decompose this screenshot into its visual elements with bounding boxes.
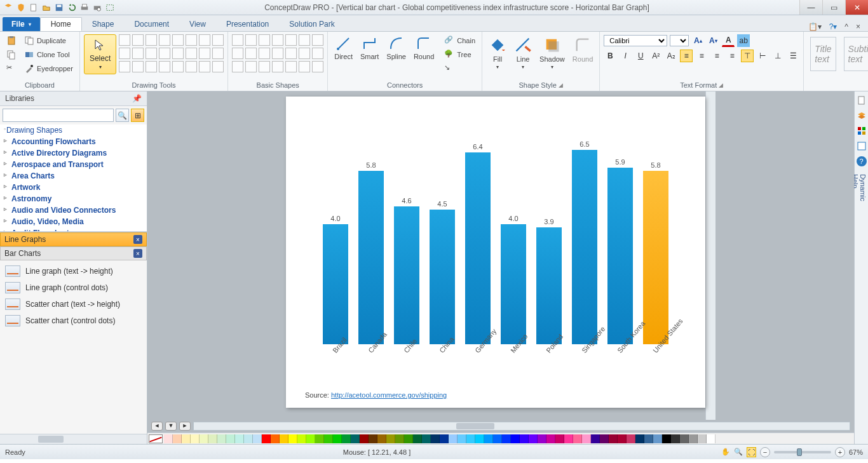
- color-swatch[interactable]: [635, 434, 644, 443]
- color-swatch[interactable]: [440, 434, 449, 443]
- screenshot-icon[interactable]: [105, 3, 114, 12]
- color-swatch[interactable]: [342, 434, 351, 443]
- tab-shape[interactable]: Shape: [82, 17, 125, 31]
- chain-connector[interactable]: 🔗Chain: [442, 34, 478, 47]
- save-icon[interactable]: [55, 3, 64, 12]
- copy-button[interactable]: [4, 48, 19, 61]
- color-swatch[interactable]: [511, 434, 520, 443]
- color-swatch[interactable]: [466, 434, 475, 443]
- color-swatch[interactable]: [431, 434, 440, 443]
- color-swatch[interactable]: [404, 434, 413, 443]
- zoom-slider[interactable]: [774, 451, 831, 453]
- library-tree-item[interactable]: Audio and Video Connectors: [0, 205, 147, 216]
- subscript-icon[interactable]: A₂: [665, 50, 677, 62]
- color-swatch[interactable]: [529, 434, 538, 443]
- shape-item[interactable]: Line graph (text -> height): [1, 263, 146, 279]
- bold-icon[interactable]: B: [604, 50, 616, 62]
- color-swatch[interactable]: [644, 434, 653, 443]
- color-swatch[interactable]: [564, 434, 573, 443]
- connector-more[interactable]: ↘: [442, 62, 478, 75]
- color-swatch[interactable]: [244, 434, 253, 443]
- valign-bot-icon[interactable]: ⊥: [771, 50, 784, 62]
- clipboard-popup-icon[interactable]: 📋▾: [808, 22, 822, 31]
- color-swatch[interactable]: [262, 434, 271, 443]
- color-swatch[interactable]: [173, 434, 182, 443]
- eyedropper-button[interactable]: Eyedropper: [22, 62, 76, 75]
- bar[interactable]: 6.5: [571, 140, 598, 344]
- color-swatch[interactable]: [627, 434, 635, 443]
- pan-tool-icon[interactable]: ✋: [721, 448, 730, 456]
- zoom-in-button[interactable]: +: [835, 447, 845, 457]
- file-tab[interactable]: File: [3, 17, 40, 31]
- bar[interactable]: 4.0: [322, 215, 349, 344]
- tree-connector[interactable]: 🌳Tree: [442, 48, 478, 61]
- dialog-launcher-icon[interactable]: ◢: [559, 82, 563, 88]
- color-swatch[interactable]: [351, 434, 360, 443]
- color-swatch[interactable]: [582, 434, 591, 443]
- tree-view-button[interactable]: ⊞: [131, 109, 144, 122]
- style-icon[interactable]: [857, 126, 867, 136]
- shape-grid[interactable]: [232, 34, 323, 72]
- print-preview-icon[interactable]: [93, 3, 102, 12]
- page[interactable]: 4.05.84.64.56.44.03.96.55.95.8 BrazilCan…: [286, 97, 705, 408]
- shield-icon[interactable]: [17, 3, 25, 12]
- sheet-menu[interactable]: ▼: [165, 422, 177, 431]
- bar[interactable]: 6.4: [465, 143, 491, 344]
- color-swatch[interactable]: [475, 434, 484, 443]
- library-tree-item[interactable]: Astronomy: [0, 193, 147, 205]
- color-swatch[interactable]: [235, 434, 244, 443]
- color-swatch[interactable]: [306, 434, 315, 443]
- color-swatch[interactable]: [555, 434, 564, 443]
- section-barcharts[interactable]: Bar Charts×: [0, 246, 147, 260]
- color-swatch[interactable]: [573, 434, 582, 443]
- color-swatch[interactable]: [680, 434, 689, 443]
- paste-button[interactable]: [4, 34, 19, 47]
- color-swatch[interactable]: [271, 434, 280, 443]
- color-swatch[interactable]: [333, 434, 342, 443]
- doc-close-icon[interactable]: ×: [856, 22, 860, 31]
- superscript-icon[interactable]: A²: [649, 50, 662, 62]
- library-tree-item[interactable]: Drawing Shapes: [0, 124, 147, 136]
- shadow-button[interactable]: Shadow▾: [537, 34, 567, 72]
- title-placeholder[interactable]: Title text: [810, 37, 836, 71]
- italic-icon[interactable]: I: [619, 50, 632, 62]
- color-swatch[interactable]: [653, 434, 662, 443]
- library-tree-item[interactable]: Area Charts: [0, 170, 147, 182]
- library-tree-item[interactable]: Aerospace and Transport: [0, 159, 147, 170]
- color-swatch[interactable]: [369, 434, 377, 443]
- pin-icon[interactable]: 📌: [132, 94, 142, 103]
- valign-top-icon[interactable]: ⊤: [741, 50, 754, 62]
- fill-button[interactable]: Fill▾: [486, 34, 509, 72]
- align-justify-icon[interactable]: ≡: [726, 50, 738, 62]
- tab-solutionpark[interactable]: Solution Park: [279, 17, 344, 31]
- color-palette[interactable]: [147, 433, 854, 444]
- sheet-prev[interactable]: ◄: [151, 422, 163, 431]
- align-center-icon[interactable]: ≡: [695, 50, 708, 62]
- color-swatch[interactable]: [413, 434, 422, 443]
- library-tree-item[interactable]: Artwork: [0, 182, 147, 193]
- color-swatch[interactable]: [253, 434, 262, 443]
- bar[interactable]: 4.0: [500, 215, 527, 344]
- color-swatch[interactable]: [689, 434, 698, 443]
- color-swatch[interactable]: [671, 434, 680, 443]
- tab-home[interactable]: Home: [40, 17, 82, 31]
- color-swatch[interactable]: [493, 434, 502, 443]
- page-icon[interactable]: [857, 95, 867, 105]
- color-swatch[interactable]: [618, 434, 627, 443]
- print-icon[interactable]: [80, 3, 89, 12]
- canvas-vscroll[interactable]: [705, 91, 715, 420]
- round-button[interactable]: Round: [570, 34, 595, 65]
- underline-icon[interactable]: U: [634, 50, 647, 62]
- color-swatch[interactable]: [386, 434, 395, 443]
- color-swatch[interactable]: [182, 434, 191, 443]
- help-icon[interactable]: ?▾: [829, 22, 837, 31]
- font-name-select[interactable]: Calibri: [604, 35, 667, 46]
- color-swatch[interactable]: [458, 434, 466, 443]
- tab-view[interactable]: View: [179, 17, 216, 31]
- no-color-swatch[interactable]: [149, 434, 163, 443]
- search-button[interactable]: 🔍: [116, 109, 129, 122]
- panel-hscroll[interactable]: [0, 434, 147, 444]
- color-swatch[interactable]: [377, 434, 386, 443]
- color-swatch[interactable]: [200, 434, 208, 443]
- color-swatch[interactable]: [280, 434, 288, 443]
